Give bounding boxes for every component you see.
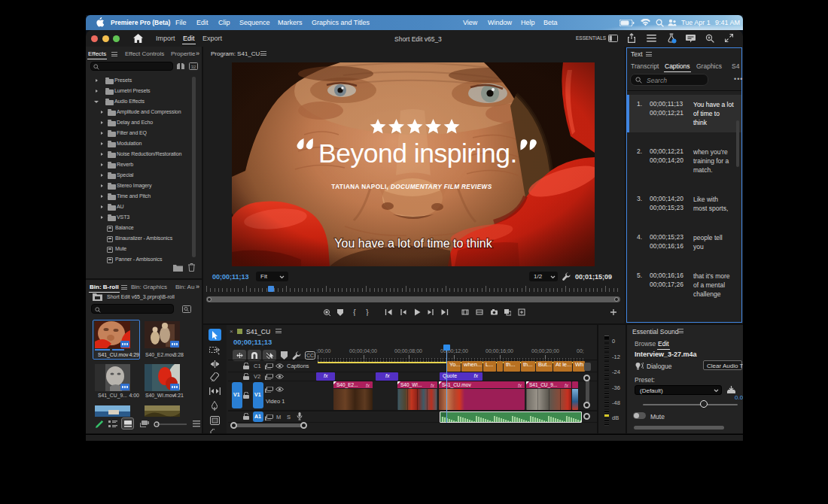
svg-text:}: } [366, 308, 369, 316]
svg-text:32: 32 [191, 65, 196, 69]
svg-text:Beyond inspiring.: Beyond inspiring. [318, 138, 517, 169]
svg-text:You have a lot of time to thin: You have a lot of time to think [334, 237, 492, 250]
svg-text:TATIANA NAPOLI, DOCUMENTARY FI: TATIANA NAPOLI, DOCUMENTARY FILM REVIEWS [331, 184, 492, 190]
svg-text:CC: CC [306, 353, 314, 358]
svg-text:{: { [353, 308, 356, 316]
